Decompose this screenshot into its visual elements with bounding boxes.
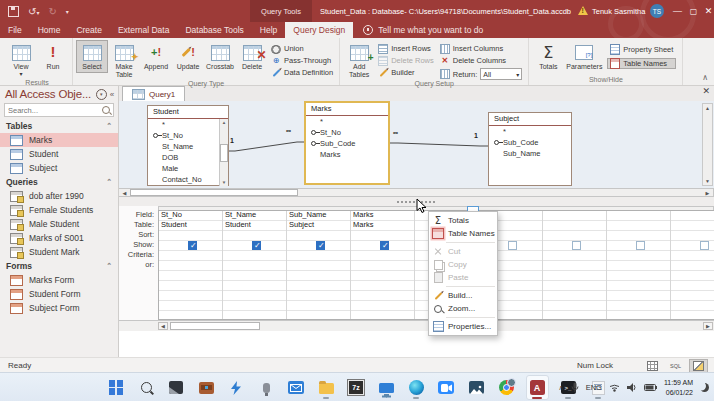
union-button[interactable]: Union [271,44,333,53]
language-indicator[interactable]: ENG [586,383,602,392]
task-view-button[interactable] [166,376,187,399]
nav-search-box[interactable] [4,103,114,117]
redo-button[interactable]: ↻ [48,6,56,17]
nav-item-marks-form[interactable]: Marks Form [0,273,118,287]
menu-item-copy[interactable]: Copy [429,258,497,271]
scrollbar-thumb[interactable] [130,189,298,196]
speaker-icon[interactable] [627,383,637,392]
insert-columns-button[interactable]: Insert Columns [440,44,523,53]
totals-button[interactable]: Σ Totals [532,40,564,73]
pass-through-button[interactable]: ⊕ Pass-Through [271,56,333,65]
tab-help[interactable]: Help [252,22,285,38]
select-query-button[interactable]: Select [76,40,108,73]
scroll-down-icon[interactable]: ▼ [222,180,226,185]
display-app[interactable] [376,376,397,399]
taskbar-search-button[interactable] [136,376,157,399]
tab-query-design[interactable]: Query Design [285,22,353,38]
start-button[interactable] [106,376,127,399]
scroll-right-icon[interactable]: ▶ [703,189,712,196]
microphone-tray-icon[interactable] [571,382,579,393]
table-cell[interactable]: Marks [353,220,413,230]
menu-item-properties[interactable]: Properties... [429,320,497,333]
tell-me-box[interactable]: Tell me what you want to do [363,22,483,38]
field-cell[interactable]: Marks [353,210,413,220]
field-row[interactable]: St_Name [148,141,220,152]
design-table-subject[interactable]: Subject * Sub_Code Sub_Name [488,112,572,186]
nav-group-tables[interactable]: Tables ⌃ [0,119,118,133]
warning-icon[interactable] [578,6,588,15]
nav-item-subject[interactable]: Subject [0,161,118,175]
clock[interactable]: 11:59 AM 06/01/22 [664,378,693,396]
chrome-browser[interactable] [496,376,517,399]
field-row[interactable]: Sub_Name [489,148,571,159]
nav-item-male-student[interactable]: Male Student [0,217,118,231]
menu-item-cut[interactable]: Cut [429,245,497,258]
query-design-surface[interactable]: 1 ∞ ∞ 1 Student * St_No St_Name DOB Male… [118,101,714,188]
show-checkbox[interactable] [252,241,261,250]
design-view-button[interactable] [689,359,708,373]
datasheet-view-button[interactable] [643,359,662,373]
close-button[interactable]: ✕ [701,0,714,22]
menu-item-table-names[interactable]: Table Names [429,227,497,240]
field-cell[interactable]: St_No [161,210,221,220]
run-button[interactable]: ! Run [37,40,69,73]
builder-button[interactable]: Builder [378,68,434,77]
nav-item-marks-of-s001[interactable]: Marks of S001 [0,231,118,245]
scroll-up-icon[interactable]: ▲ [705,105,710,111]
search-input[interactable] [8,106,102,115]
tab-database-tools[interactable]: Database Tools [177,22,251,38]
close-document-icon[interactable]: ✕ [702,87,710,96]
video-call-app[interactable] [436,376,457,399]
user-name[interactable]: Tenuk Sasmitha [592,0,645,22]
scroll-left-icon[interactable]: ◀ [120,189,129,196]
customize-toolbar-icon[interactable]: ▾ [66,8,69,15]
field-cell[interactable]: Sub_Name [289,210,349,220]
wifi-icon[interactable] [609,383,620,392]
tab-file[interactable]: File [0,22,30,38]
design-table-marks[interactable]: Marks * St_No Sub_Code Marks [304,101,390,185]
field-row[interactable]: Contact_No [148,174,220,185]
nav-item-marks[interactable]: Marks [0,133,118,147]
property-sheet-button[interactable]: Property Sheet [607,44,676,55]
edge-browser[interactable] [406,376,427,399]
tab-create[interactable]: Create [68,22,110,38]
battery-icon[interactable] [644,384,657,391]
mail-app[interactable] [286,376,307,399]
show-checkbox[interactable] [380,241,389,250]
menu-item-paste[interactable]: Paste [429,271,497,284]
table-names-button[interactable]: Table Names [607,58,676,69]
scrollbar-thumb[interactable] [220,144,228,162]
table-cell[interactable]: Student [225,220,285,230]
photos-app[interactable] [466,376,487,399]
scroll-left-icon[interactable]: ◀ [158,322,168,330]
nav-group-forms[interactable]: Forms ⌃ [0,259,118,273]
show-checkbox[interactable] [316,241,325,250]
field-row[interactable]: Male [148,163,220,174]
shutter-close-icon[interactable]: « [110,90,114,99]
avatar[interactable]: TS [650,4,664,18]
nav-item-female-students[interactable]: Female Students [0,203,118,217]
menu-item-totals[interactable]: Σ Totals [429,214,497,227]
design-vertical-scrollbar[interactable]: ▲ ▼ [702,103,713,186]
scrollbar-thumb[interactable] [170,322,260,330]
nav-item-student[interactable]: Student [0,147,118,161]
field-row[interactable]: St_No [148,130,220,141]
bolt-app[interactable] [226,376,247,399]
minimize-button[interactable]: — [670,0,685,22]
maximize-button[interactable]: ▢ [686,0,701,22]
focus-assist-icon[interactable] [700,383,709,392]
view-button[interactable]: View▾ [5,40,37,79]
nav-menu-icon[interactable]: ▾ [96,89,107,100]
show-checkbox[interactable] [700,241,709,250]
scroll-up-icon[interactable]: ▲ [222,120,226,125]
scroll-down-icon[interactable]: ▼ [705,178,710,184]
collapse-group-icon[interactable]: ⌃ [106,122,112,130]
delete-query-button[interactable]: ✕ Delete [236,40,268,73]
make-table-button[interactable]: ✦ Make Table [108,40,140,80]
7zip-app[interactable]: 7z [346,376,367,399]
collapse-ribbon-icon[interactable]: ∧ [702,73,708,82]
delete-rows-button[interactable]: Delete Rows [378,56,434,65]
field-row[interactable]: Marks [306,149,388,160]
field-row[interactable]: St_No [306,127,388,138]
add-tables-button[interactable]: + Add Tables [343,40,375,80]
